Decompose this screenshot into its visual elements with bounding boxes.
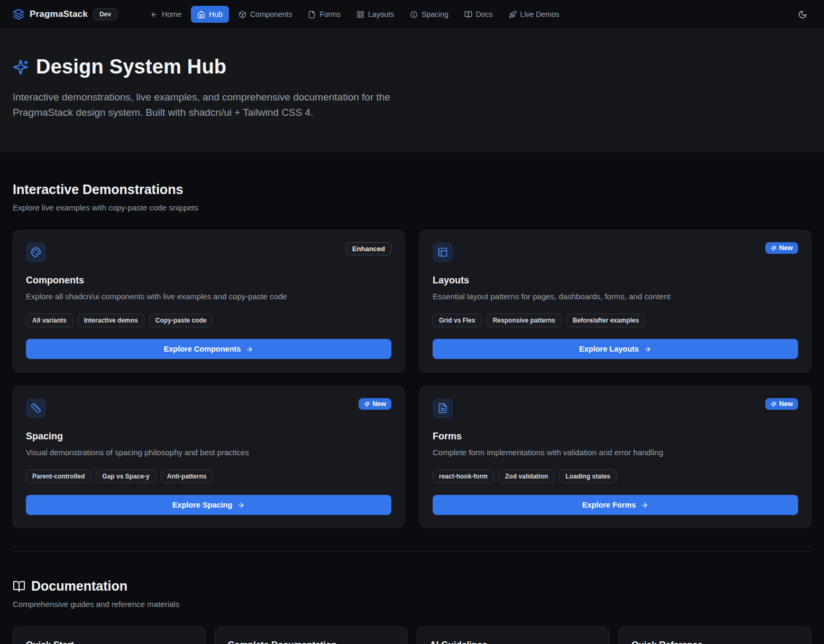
docs-heading: Documentation [13, 578, 811, 594]
nav-item-components[interactable]: Components [232, 6, 298, 23]
arrow-left-icon [150, 11, 158, 19]
docs-card-grid: Quick Start 5-minute crash course Comple… [13, 627, 811, 644]
nav-item-spacing[interactable]: Spacing [404, 6, 455, 23]
enhanced-badge: Enhanced [346, 242, 391, 255]
nav-label: Layouts [368, 10, 394, 19]
explore-spacing-button[interactable]: Explore Spacing [26, 495, 391, 515]
layers-logo-icon [13, 8, 24, 20]
doc-card-title: Quick Reference [631, 640, 798, 644]
new-badge: New [765, 398, 798, 410]
circle-icon [410, 11, 418, 19]
badge-label: New [779, 400, 793, 408]
new-badge: New [765, 242, 798, 254]
nav-item-hub[interactable]: Hub [191, 6, 229, 23]
book-open-icon [464, 11, 472, 19]
tag: Responsive patterns [487, 314, 562, 327]
tag-row: All variants Interactive demos Copy-past… [26, 314, 391, 327]
demo-card-spacing: New Spacing Visual demonstrations of spa… [13, 386, 405, 528]
card-title: Layouts [433, 275, 798, 286]
sparkles-icon [13, 59, 29, 75]
theme-toggle-button[interactable] [794, 6, 811, 23]
tag: Zod validation [499, 470, 554, 483]
cta-label: Explore Forms [582, 501, 636, 509]
tag-row: Grid vs Flex Responsive patterns Before/… [433, 314, 798, 327]
tag: Interactive demos [78, 314, 144, 327]
arrow-right-icon [245, 345, 253, 353]
cta-label: Explore Components [164, 345, 241, 353]
nav-item-home[interactable]: Home [144, 6, 188, 23]
tag: react-hook-form [433, 470, 494, 483]
explore-layouts-button[interactable]: Explore Layouts [433, 339, 798, 359]
doc-card-quick-start[interactable]: Quick Start 5-minute crash course [13, 627, 206, 644]
doc-card-title: AI Guidelines [430, 640, 597, 644]
main-content: Interactive Demonstrations Explore live … [0, 152, 824, 644]
layout-panel-icon [433, 242, 453, 262]
tag: Loading states [559, 470, 617, 483]
arrow-right-icon [237, 501, 245, 509]
arrow-right-icon [640, 501, 648, 509]
docs-heading-label: Documentation [31, 578, 127, 594]
rocket-icon [509, 11, 517, 19]
explore-forms-button[interactable]: Explore Forms [433, 495, 798, 515]
home-icon [197, 11, 205, 19]
new-badge: New [359, 398, 391, 410]
doc-card-ai-guidelines[interactable]: AI Guidelines Rules for AI code generati… [417, 627, 610, 644]
page-title: Design System Hub [36, 56, 226, 78]
nav-item-layouts[interactable]: Layouts [350, 6, 400, 23]
card-title: Components [26, 275, 391, 286]
cta-label: Explore Layouts [579, 345, 639, 353]
card-description: Explore all shadcn/ui components with li… [26, 291, 391, 302]
tag: Parent-controlled [26, 470, 91, 483]
sparkles-icon [364, 401, 370, 407]
hero-section: Design System Hub Interactive demonstrat… [0, 29, 824, 152]
sparkles-icon [771, 401, 776, 407]
env-badge: Dev [93, 8, 117, 20]
main-nav: Home Hub Components Forms Layouts Spacin… [144, 6, 781, 23]
brand[interactable]: PragmaStack Dev [13, 8, 117, 20]
documentation-section: Documentation Comprehensive guides and r… [13, 552, 811, 644]
nav-label: Spacing [422, 10, 448, 19]
card-description: Visual demonstrations of spacing philoso… [26, 447, 391, 458]
tag-row: react-hook-form Zod validation Loading s… [433, 470, 798, 483]
nav-item-live-demos[interactable]: Live Demos [502, 6, 566, 23]
demos-heading: Interactive Demonstrations [13, 182, 811, 197]
file-text-icon [433, 398, 453, 418]
file-icon [308, 11, 316, 19]
page-description: Interactive demonstrations, live example… [13, 90, 407, 120]
palette-icon [26, 242, 46, 262]
arrow-right-icon [644, 345, 652, 353]
nav-label: Forms [319, 10, 341, 19]
book-open-icon [13, 580, 25, 593]
demo-card-forms: New Forms Complete form implementations … [419, 386, 811, 528]
moon-icon [798, 10, 807, 19]
card-description: Essential layout patterns for pages, das… [433, 291, 798, 302]
demo-card-layouts: New Layouts Essential layout patterns fo… [419, 230, 811, 372]
nav-item-docs[interactable]: Docs [458, 6, 499, 23]
doc-card-quick-reference[interactable]: Quick Reference Cheat sheet for lookups [618, 627, 811, 644]
tag: Anti-patterns [161, 470, 213, 483]
layout-grid-icon [356, 11, 364, 19]
doc-card-title: Complete Documentation [228, 640, 395, 644]
tag-row: Parent-controlled Gap vs Space-y Anti-pa… [26, 470, 391, 483]
nav-label: Home [162, 10, 181, 19]
demos-subheading: Explore live examples with copy-paste co… [13, 203, 811, 212]
nav-label: Hub [209, 10, 223, 19]
top-navbar: PragmaStack Dev Home Hub Components Form… [0, 0, 824, 29]
nav-label: Docs [476, 10, 493, 19]
card-title: Forms [433, 431, 798, 442]
docs-subheading: Comprehensive guides and reference mater… [13, 600, 811, 609]
ruler-icon [26, 398, 46, 418]
tag: Copy-paste code [149, 314, 213, 327]
demo-card-grid: Enhanced Components Explore all shadcn/u… [13, 230, 811, 528]
box-icon [239, 11, 246, 19]
nav-item-forms[interactable]: Forms [301, 6, 347, 23]
tag: Gap vs Space-y [96, 470, 155, 483]
tag: All variants [26, 314, 73, 327]
tag: Before/after examples [566, 314, 645, 327]
doc-card-complete-documentation[interactable]: Complete Documentation Full design syste… [215, 627, 408, 644]
explore-components-button[interactable]: Explore Components [26, 339, 391, 359]
brand-name: PragmaStack [30, 9, 88, 20]
card-title: Spacing [26, 431, 391, 442]
doc-card-title: Quick Start [26, 640, 193, 644]
sparkles-icon [771, 245, 776, 251]
